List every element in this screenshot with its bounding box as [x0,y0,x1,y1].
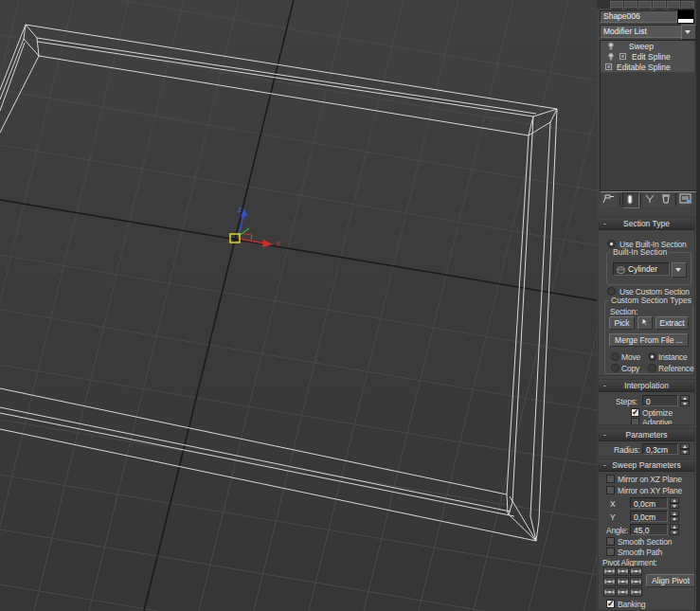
stack-item-label: Edit Spline [632,52,671,62]
spinner-down-icon[interactable] [680,401,690,406]
object-name-field[interactable]: Shape006 [600,10,677,23]
pivot-align-button[interactable] [603,566,616,576]
radius-label: Radius: [614,445,639,455]
remove-modifier-button[interactable] [659,192,674,207]
command-panel: Shape006 Modifier List Sweep Edit [597,0,700,611]
move-radio[interactable] [611,352,619,361]
collapse-icon: - [603,380,606,391]
tab-motion-icon[interactable] [653,1,666,9]
viewport[interactable]: X Z [0,0,597,611]
tab-utilities-icon[interactable] [681,1,694,9]
pivot-align-button[interactable] [630,587,642,597]
builtin-section-legend: Built-In Section [611,248,669,257]
pivot-align-button[interactable] [603,577,616,586]
spinner-down-icon[interactable] [670,530,679,535]
stack-item-label: Sweep [629,42,654,51]
smooth-section-checkbox[interactable] [606,537,615,546]
z-axis-label: Z [238,207,242,213]
x-offset-spinner[interactable] [670,497,679,509]
pivot-align-button[interactable] [617,566,629,576]
mirror-xz-label: Mirror on XZ Plane [618,475,682,484]
command-panel-tabs [597,0,696,9]
builtin-section-arrow-button[interactable] [672,262,687,278]
tab-create-icon[interactable] [610,1,623,9]
stack-item-editable-spline[interactable]: Editable Spline [601,62,694,73]
radius-field[interactable]: 0,3cm [642,443,678,455]
spinner-down-icon[interactable] [680,449,690,455]
tab-display-icon[interactable] [667,1,680,9]
mirror-xy-checkbox[interactable] [606,486,615,494]
rollout-title: Parameters [626,430,668,440]
merge-from-file-button[interactable]: Merge From File ... [609,333,689,347]
smooth-section-label: Smooth Section [618,537,672,547]
reference-radio[interactable] [648,364,656,372]
custom-section-types-group: Custom Section Types Section: Pick Extra… [604,300,693,374]
stack-toolbar [597,191,696,208]
banking-checkbox[interactable] [606,600,615,608]
steps-spinner[interactable] [680,395,690,406]
panel-scrollbar[interactable] [696,0,700,611]
rollout-title: Sweep Parameters [612,460,680,470]
mirror-xz-checkbox[interactable] [606,475,615,483]
instance-label: Instance [658,352,688,362]
align-pivot-button[interactable]: Align Pivot [646,574,695,587]
pivot-align-button[interactable] [630,566,642,576]
modifier-stack[interactable]: Sweep Edit Spline Editable Spline [600,40,697,191]
configure-modifier-sets-button[interactable] [678,192,693,207]
builtin-section-value: Cylinder [628,264,657,274]
tab-modify-icon[interactable] [624,1,637,9]
adaptive-checkbox[interactable] [631,418,639,425]
steps-field[interactable]: 0 [642,395,678,406]
spinner-down-icon[interactable] [670,503,679,509]
rollout-header-interpolation[interactable]: - Interpolation [599,380,694,392]
pivot-align-button[interactable] [617,577,629,586]
pivot-align-button[interactable] [617,587,629,597]
rollout-section-type: - Section Type Use Built-In Section Buil… [598,217,695,376]
smooth-path-checkbox[interactable] [606,548,615,556]
collapse-icon: - [603,218,606,229]
object-color-swatch[interactable] [677,9,694,24]
subobject-box-icon[interactable] [605,63,612,72]
angle-field[interactable]: 45,0 [630,524,668,535]
rollout-header-parameters[interactable]: - Parameters [599,429,694,441]
chevron-down-icon [685,30,691,34]
custom-section-types-legend: Custom Section Types [609,297,693,305]
y-offset-field[interactable]: 0,0cm [630,511,668,522]
rollout-parameters: - Parameters Radius: 0,3cm [598,428,695,457]
subobject-box-icon[interactable] [619,52,626,62]
use-custom-section-radio[interactable] [607,287,616,296]
make-unique-button[interactable] [643,192,658,207]
y-offset-spinner[interactable] [670,511,679,522]
angle-label: Angle: [606,526,628,535]
pick-cursor-button[interactable] [637,316,653,330]
copy-radio[interactable] [611,364,619,372]
extract-button[interactable]: Extract [655,316,689,330]
y-offset-label: Y [610,512,615,522]
pivot-align-button[interactable] [630,577,642,586]
spinner-down-icon[interactable] [670,516,679,522]
optimize-checkbox[interactable] [631,408,639,417]
modifier-list-arrow-button[interactable] [681,25,696,40]
x-offset-field[interactable]: 0,0cm [630,497,668,509]
pin-stack-button[interactable] [601,192,617,207]
tab-hierarchy-icon[interactable] [638,1,652,9]
builtin-section-dropdown[interactable]: Cylinder [613,262,670,276]
pick-cursor-icon [639,317,651,328]
rollout-header-sweep-parameters[interactable]: - Sweep Parameters [599,459,694,472]
show-end-result-button[interactable] [622,192,639,208]
rollout-header-section-type[interactable]: - Section Type [599,218,694,230]
angle-spinner[interactable] [670,524,679,535]
mirror-xy-label: Mirror on XY Plane [618,486,682,495]
x-offset-label: X [610,499,615,509]
instance-radio[interactable] [648,352,656,361]
rollout-interpolation: - Interpolation Steps: 0 Optimize Adapti… [598,379,695,425]
modifier-list-dropdown[interactable]: Modifier List [600,25,684,38]
pivot-align-button[interactable] [603,587,616,597]
radius-spinner[interactable] [680,443,690,455]
x-axis-label: X [276,240,281,248]
steps-label: Steps: [616,397,637,406]
optimize-label: Optimize [642,408,673,418]
reference-label: Reference [658,364,693,373]
collapse-icon: - [603,429,606,440]
pick-button[interactable]: Pick [609,316,635,330]
